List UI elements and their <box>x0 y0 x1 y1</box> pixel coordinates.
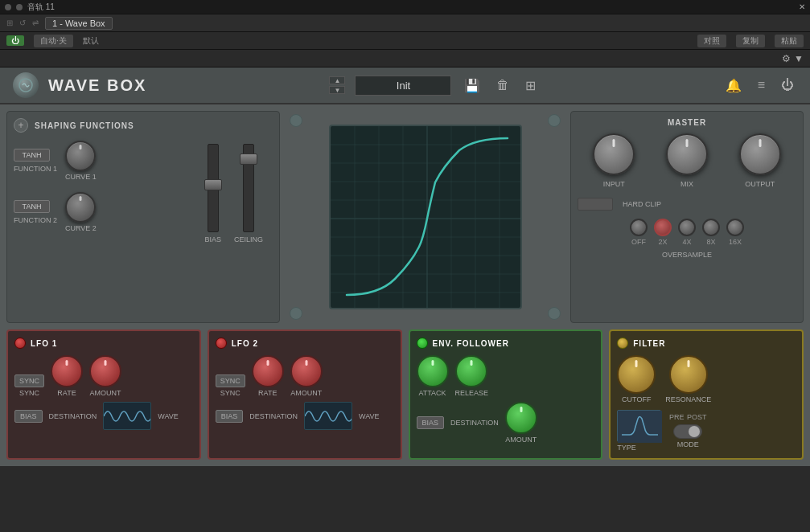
func1-btn[interactable]: TANH <box>14 149 50 162</box>
pair-btn[interactable]: 对照 <box>697 35 726 47</box>
lfo2-wave-label: WAVE <box>359 412 380 420</box>
resonance-knob[interactable] <box>669 355 708 394</box>
env-amount-knob[interactable] <box>505 402 537 434</box>
filter-type-container: TYPE <box>617 410 661 452</box>
save-btn[interactable]: 💾 <box>461 76 483 95</box>
oscilloscope-display <box>329 125 522 309</box>
lfo2-dest-label: DESTINATION <box>249 412 298 420</box>
paste-btn[interactable]: 粘贴 <box>775 35 804 47</box>
oversample-off-circle <box>630 219 648 236</box>
oversample-2x-btn[interactable]: 2X <box>654 219 672 246</box>
env-amount-label: AMOUNT <box>505 436 537 444</box>
power-toggle-btn[interactable]: ⏻ <box>6 35 24 46</box>
oversample-off-btn[interactable]: OFF <box>630 219 648 246</box>
oversample-4x-circle <box>678 219 696 236</box>
power-btn[interactable]: ⏻ <box>778 76 797 94</box>
oversample-16x-label: 16X <box>729 238 742 246</box>
input-knob[interactable] <box>593 133 635 175</box>
lfo1-header: LFO 1 <box>14 338 193 349</box>
oversample-8x-btn[interactable]: 8X <box>702 219 720 246</box>
input-knob-container: INPUT <box>593 133 635 188</box>
preset-name[interactable]: Init <box>355 76 451 96</box>
oversample-off-label: OFF <box>631 238 646 246</box>
lfo2-bias-btn[interactable]: BIAS <box>216 410 244 423</box>
cutoff-knob[interactable] <box>617 355 656 394</box>
lfo1-wave-label: WAVE <box>158 412 179 420</box>
lfo1-power-btn[interactable] <box>14 338 26 349</box>
oversample-4x-btn[interactable]: 4X <box>678 219 696 246</box>
release-knob[interactable] <box>455 355 487 387</box>
menu-btn[interactable]: ≡ <box>754 76 768 94</box>
env-amount-container: AMOUNT <box>505 402 537 444</box>
delete-btn[interactable]: 🗑 <box>493 76 512 94</box>
lfo1-bias-btn[interactable]: BIAS <box>14 410 43 423</box>
env-power-btn[interactable] <box>417 338 428 349</box>
settings-bar: ⚙ ▼ <box>0 50 810 68</box>
bell-btn[interactable]: 🔔 <box>722 76 745 95</box>
lfo2-rate-label: RATE <box>258 389 277 397</box>
lfo2-rate-knob[interactable] <box>252 355 284 387</box>
copy-btn[interactable]: 复制 <box>736 35 765 47</box>
filter-type-label: TYPE <box>617 444 636 452</box>
osc-bottom-left-btn[interactable] <box>290 307 302 320</box>
grid-btn[interactable]: ⊞ <box>522 76 539 95</box>
preset-down-btn[interactable]: ▼ <box>329 86 345 94</box>
env-bias-btn[interactable]: BIAS <box>417 416 445 429</box>
curve2-knob[interactable] <box>65 192 96 223</box>
lfo2-amount-knob[interactable] <box>290 355 323 387</box>
bias-slider[interactable] <box>208 144 219 232</box>
mix-knob-container: MIX <box>666 133 708 188</box>
lfo1-sync-label: SYNC <box>19 389 39 397</box>
window-title: 音轨 11 <box>27 2 55 13</box>
hard-clip-row: HARD CLIP <box>578 198 796 211</box>
post-label: POST <box>687 413 707 421</box>
lfo1-rate-knob[interactable] <box>51 355 83 387</box>
ceiling-label: CEILING <box>234 235 263 243</box>
control-bar: ⏻ 自动·关 默认 对照 复制 粘贴 <box>0 32 810 50</box>
filter-panel: FILTER CUTOFF RESONANCE <box>609 329 804 460</box>
output-knob[interactable] <box>739 133 781 175</box>
lfo1-amount-container: AMOUNT <box>89 355 121 397</box>
attack-knob[interactable] <box>417 355 449 387</box>
expand-icon[interactable]: ▼ <box>794 53 804 64</box>
settings-icon[interactable]: ⚙ <box>782 53 791 64</box>
filter-type-display[interactable] <box>617 410 661 442</box>
mix-knob[interactable] <box>666 133 708 175</box>
lfo1-title: LFO 1 <box>31 339 57 348</box>
preset-up-btn[interactable]: ▲ <box>329 76 345 84</box>
curve1-knob[interactable] <box>65 141 96 171</box>
cutoff-label: CUTOFF <box>622 395 651 403</box>
osc-top-right-btn[interactable] <box>548 114 561 127</box>
shaping-header: + SHAPING FUNCTIONS <box>14 118 273 133</box>
mode-toggle[interactable] <box>673 424 702 439</box>
attack-knob-container: ATTACK <box>417 355 449 397</box>
plugin-slot-btn[interactable]: 1 - Wave Box <box>45 17 113 30</box>
lfo1-amount-knob[interactable] <box>89 355 121 387</box>
filter-knobs-row: CUTOFF RESONANCE <box>617 355 796 403</box>
plugin-logo <box>13 72 39 98</box>
ceiling-slider[interactable] <box>243 144 254 232</box>
osc-top-left-btn[interactable] <box>290 114 302 127</box>
hard-clip-switch[interactable] <box>578 198 613 211</box>
mode-thumb <box>689 426 700 437</box>
func2-btn[interactable]: TANH <box>14 200 50 213</box>
env-panel: ENV. FOLLOWER ATTACK RELEASE BIAS DESTIN… <box>409 329 603 460</box>
filter-power-btn[interactable] <box>617 338 628 349</box>
shaping-title: SHAPING FUNCTIONS <box>35 121 134 130</box>
add-shaping-btn[interactable]: + <box>14 118 28 133</box>
preset-nav[interactable]: ▲ ▼ <box>329 76 345 94</box>
env-content: ATTACK RELEASE <box>417 355 595 397</box>
lfo1-content: SYNC SYNC RATE AMOUNT <box>14 355 193 397</box>
filter-header: FILTER <box>617 338 796 349</box>
osc-bottom-right-btn[interactable] <box>548 307 561 320</box>
lfo2-sync-btn[interactable]: SYNC <box>216 374 245 387</box>
bias-slider-container: BIAS <box>204 144 221 243</box>
oversample-row: OFF 2X 4X 8X 16X <box>578 219 796 246</box>
filter-title: FILTER <box>633 339 665 348</box>
oversample-16x-btn[interactable]: 16X <box>726 219 744 246</box>
lfo1-sync-btn[interactable]: SYNC <box>14 374 44 387</box>
lfo2-power-btn[interactable] <box>216 338 227 349</box>
plugin-bar: ⊞ ↺ ⇌ 1 - Wave Box <box>0 14 810 32</box>
auto-btn[interactable]: 自动·关 <box>34 35 73 47</box>
window-controls[interactable]: ✕ <box>799 2 805 11</box>
